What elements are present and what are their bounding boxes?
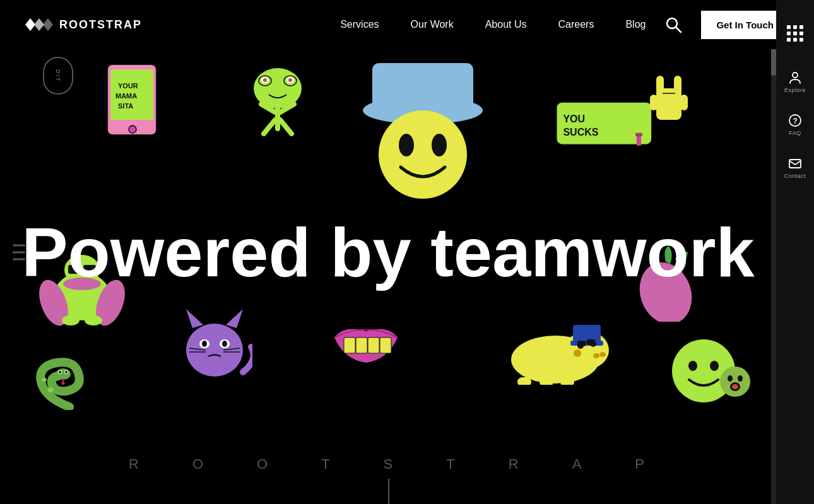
svg-point-88 [47,387,54,392]
menu-dot-bar-3 [13,258,25,260]
side-badge: DIT [43,57,73,95]
grid-dot [793,32,797,35]
svg-text:YOU: YOU [563,114,585,124]
svg-point-5 [129,126,136,133]
svg-point-86 [59,371,61,373]
svg-rect-30 [674,76,681,95]
svg-line-15 [280,120,292,134]
svg-line-14 [264,120,275,134]
svg-text:SUCKS: SUCKS [563,127,598,138]
svg-point-76 [688,361,697,371]
menu-dot-bar-1 [13,244,25,246]
svg-rect-57 [356,337,367,353]
svg-point-80 [738,375,743,382]
svg-rect-27 [635,133,642,136]
svg-rect-73 [587,339,595,345]
menu-dot-bar-2 [13,251,25,253]
sticker-cat [177,296,252,378]
grid-dot [799,38,803,42]
sidebar-item-faq[interactable]: ? FAQ [776,103,814,146]
bottom-letter-t2: T [446,456,457,472]
svg-rect-96 [789,160,801,168]
grid-dot [793,25,797,29]
grid-dot [787,38,791,42]
svg-text:YOUR: YOUR [118,82,138,90]
svg-point-67 [593,353,599,358]
svg-rect-29 [656,76,664,95]
sticker-hippo [505,309,612,385]
svg-point-89 [42,378,47,382]
bottom-letter-p: P [635,456,647,472]
svg-rect-72 [577,341,586,346]
sidebar-item-explore[interactable]: Explore [776,61,814,103]
bottom-letter-a: A [572,456,585,472]
sidebar-grid-icon[interactable] [787,25,803,42]
bottom-letter-t: T [321,456,333,472]
right-sidebar: Explore ? FAQ Contact [776,0,814,504]
nav-links: Services Our Work About Us Careers Blog [340,19,646,30]
hero-section: YOUR MAMA SITA [0,0,776,504]
svg-point-93 [793,73,798,78]
svg-point-71 [574,349,581,357]
sidebar-explore-label: Explore [784,87,806,93]
svg-point-87 [65,371,68,373]
svg-line-92 [676,27,681,32]
nav-link-about-us[interactable]: About Us [485,19,527,30]
svg-point-11 [263,78,267,82]
sticker-frog [246,63,309,151]
bottom-letter-s: S [384,456,396,472]
svg-rect-58 [368,337,379,353]
question-icon: ? [788,114,802,127]
scrollbar-track [771,0,776,504]
nav-link-our-work[interactable]: Our Work [411,19,454,30]
svg-text:?: ? [793,117,798,126]
nav-link-blog[interactable]: Blog [625,19,646,30]
grid-dot [787,32,791,35]
sidebar-faq-label: FAQ [789,130,801,136]
nav-search-button[interactable] [664,16,682,33]
svg-point-66 [599,352,606,357]
sticker-yousucks: YOU SUCKS [555,101,656,151]
svg-point-21 [399,134,414,156]
svg-rect-56 [344,337,355,353]
nav-logo[interactable]: ROOTSTRAP [25,16,142,33]
svg-point-22 [432,134,447,156]
grid-dot [793,38,797,42]
sticker-smiley [360,57,486,202]
sticker-snake [32,347,107,410]
sidebar-contact-label: Contact [784,173,806,179]
sidebar-item-contact[interactable]: Contact [776,146,814,189]
svg-point-77 [710,361,719,371]
svg-rect-19 [372,63,473,112]
svg-point-82 [732,384,738,389]
menu-dots[interactable] [13,244,25,260]
svg-text:MAMA: MAMA [115,92,137,100]
sticker-lips [322,303,410,385]
svg-point-50 [202,341,207,347]
search-icon [664,16,682,33]
rootstrap-logo-icon [25,16,53,33]
bottom-letters: R O O T S T R A P [0,456,776,472]
svg-point-12 [288,78,292,82]
svg-text:SITA: SITA [118,102,133,110]
nav-logo-text: ROOTSTRAP [59,18,142,32]
mail-icon [788,156,802,170]
svg-point-20 [379,110,467,199]
hero-headline: Powered by teamwork [0,218,776,287]
bottom-letter-r2: R [509,456,522,472]
person-icon [788,71,802,85]
side-badge-text: DIT [55,69,61,83]
grid-dot [787,25,791,29]
svg-rect-31 [650,95,658,110]
navbar: ROOTSTRAP Services Our Work About Us Car… [0,0,814,49]
svg-point-44 [85,315,102,325]
svg-rect-69 [540,377,553,385]
grid-dot [799,25,803,29]
svg-point-43 [62,315,80,325]
sticker-hand [644,63,694,126]
nav-link-services[interactable]: Services [340,19,379,30]
svg-rect-68 [517,377,531,385]
nav-link-careers[interactable]: Careers [558,19,594,30]
grid-dot [799,32,803,35]
svg-marker-47 [226,309,243,328]
